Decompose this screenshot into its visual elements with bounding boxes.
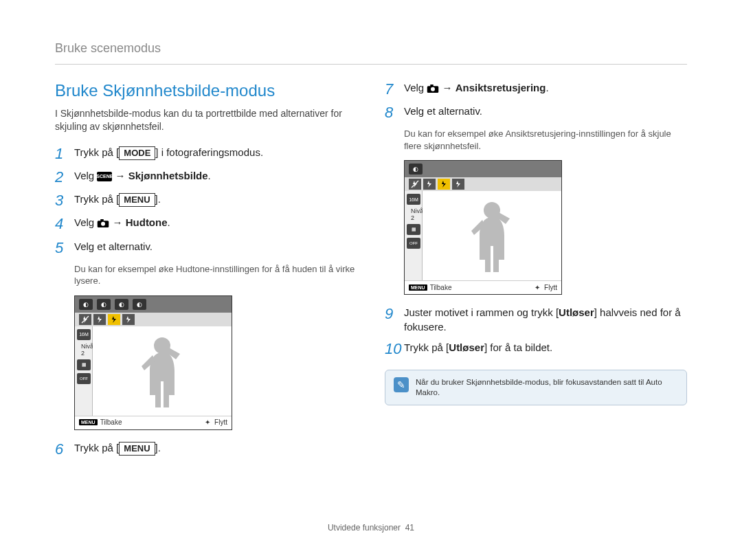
lcd-body: 16M Nivå 2 ▦ OFF	[405, 191, 561, 280]
nav-diamond-icon: ✦	[203, 418, 212, 427]
flash-off-icon	[79, 314, 91, 325]
steps-right-cont: 9 Juster motivet i rammen og trykk [Utlø…	[385, 306, 687, 357]
mode-icon: ◐	[409, 164, 423, 175]
stabilizer-off-icon: OFF	[407, 238, 420, 249]
svg-point-2	[101, 222, 105, 226]
divider	[55, 64, 687, 65]
step-text-line: Velg et alternativ.	[404, 105, 482, 117]
level-icons	[409, 179, 464, 190]
person-silhouette	[135, 333, 190, 409]
lcd-bottom: MENU Tilbake ✦ Flytt	[405, 280, 561, 294]
step-2: 2 Velg SCENE → Skjønnhetsbilde.	[55, 169, 357, 186]
step-7: 7 Velg → Ansiktsretusjering.	[385, 81, 687, 98]
intro-text: I Skjønnhetsbilde-modus kan du ta portre…	[55, 107, 357, 133]
step-5-sub: Du kan for eksempel øke Hudtone-innstill…	[74, 263, 357, 287]
lcd-main	[423, 191, 561, 280]
step-number: 10	[385, 341, 404, 357]
flash-off-icon	[409, 179, 421, 190]
lcd-bottom: MENU Tilbake ✦ Flytt	[75, 416, 232, 429]
size-badge: 16M	[77, 329, 91, 340]
step-number: 8	[385, 104, 404, 121]
svg-rect-6	[431, 85, 434, 87]
camera-lcd-preview: ◐ ◐ ◐ ◐ 16M Nivå 2 ▦ OFF	[74, 295, 232, 430]
mode-icon: ◐	[79, 299, 93, 310]
step-number: 1	[55, 146, 74, 162]
step-text: Velg → Hudtone.	[74, 216, 170, 229]
breadcrumb: Bruke scenemodus	[55, 41, 687, 58]
step-text: Trykk på [MENU].	[74, 441, 161, 456]
level-1-icon	[93, 314, 106, 325]
steps-left: 1 Trykk på [MODE] i fotograferingsmodus.…	[55, 146, 357, 256]
level-3-icon	[122, 314, 135, 325]
footer-label: Utvidede funksjoner	[328, 523, 401, 533]
lcd-sidebar: 16M Nivå 2 ▦ OFF	[75, 326, 93, 416]
page-number: 41	[405, 523, 414, 533]
step-text: Velg SCENE → Skjønnhetsbilde.	[74, 169, 211, 183]
menu-pill: MENU	[79, 419, 98, 425]
back-label: MENU Tilbake	[79, 418, 122, 426]
lcd-level-row	[405, 177, 561, 191]
right-column: 7 Velg → Ansiktsretusjering. 8 Velg et a…	[385, 81, 687, 464]
grid-icon: ▦	[407, 224, 420, 235]
camera-icon	[97, 219, 109, 228]
step-text: Velg et alternativ.	[74, 240, 153, 254]
camera-lcd-preview-2: ◐ 16M Nivå 2 ▦ OFF	[404, 160, 562, 295]
lcd-body: 16M Nivå 2 ▦ OFF	[75, 326, 232, 416]
step-number: 6	[55, 441, 74, 458]
step-number: 5	[55, 240, 74, 256]
left-column: Bruke Skjønnhetsbilde-modus I Skjønnhets…	[55, 81, 357, 464]
nav-diamond-icon: ✦	[533, 283, 541, 291]
lcd-main	[93, 326, 232, 416]
section-title: Bruke Skjønnhetsbilde-modus	[55, 81, 357, 100]
step-text: Trykk på [MENU].	[74, 192, 161, 207]
step-9: 9 Juster motivet i rammen og trykk [Utlø…	[385, 306, 687, 334]
step-number: 9	[385, 306, 404, 322]
mode-button-label: MODE	[119, 146, 155, 160]
step-8-sub: Du kan for eksempel øke Ansiktsretusjeri…	[404, 128, 687, 152]
lcd-top-icons: ◐	[405, 161, 561, 177]
menu-button-label: MENU	[119, 193, 155, 207]
step-text: Velg → Ansiktsretusjering.	[404, 81, 549, 95]
step-number: 2	[55, 169, 74, 186]
menu-button-label: MENU	[119, 442, 155, 456]
camera-icon	[427, 84, 439, 93]
level-2-icon	[108, 314, 120, 325]
step-number: 4	[55, 216, 74, 232]
size-badge: 16M	[407, 194, 420, 205]
mode-icon: ◐	[133, 299, 146, 310]
step-number: 3	[55, 192, 74, 209]
svg-rect-1	[101, 219, 104, 221]
note-icon: ✎	[394, 377, 409, 392]
mode-icon: ◐	[97, 299, 111, 310]
note-box: ✎ Når du bruker Skjønnhetsbilde-modus, b…	[385, 370, 687, 405]
lcd-sidebar: 16M Nivå 2 ▦ OFF	[405, 191, 423, 280]
steps-left-cont: 6 Trykk på [MENU].	[55, 441, 357, 458]
level-label: Nivå 2	[77, 343, 90, 357]
level-1-icon	[423, 179, 436, 190]
step-text: Trykk på [MODE] i fotograferingsmodus.	[74, 146, 263, 160]
note-text: Når du bruker Skjønnhetsbilde-modus, bli…	[416, 377, 678, 398]
scene-icon: SCENE	[97, 172, 112, 181]
step-number: 7	[385, 81, 404, 98]
lcd-level-row	[75, 313, 232, 326]
step-text: Trykk på [Utløser] for å ta bildet.	[404, 341, 552, 355]
back-label: MENU Tilbake	[409, 284, 452, 291]
step-8: 8 Velg et alternativ.	[385, 104, 687, 121]
svg-line-3	[82, 316, 89, 323]
svg-line-8	[412, 181, 418, 188]
steps-right: 7 Velg → Ansiktsretusjering. 8 Velg et a…	[385, 81, 687, 121]
two-column-layout: Bruke Skjønnhetsbilde-modus I Skjønnhets…	[55, 81, 687, 464]
menu-pill: MENU	[409, 284, 427, 291]
step-3: 3 Trykk på [MENU].	[55, 192, 357, 209]
footer: Utvidede funksjoner 41	[0, 523, 742, 533]
svg-point-7	[431, 87, 435, 91]
mode-icon: ◐	[115, 299, 128, 310]
level-3-icon	[452, 179, 464, 190]
level-icons	[79, 314, 135, 325]
stabilizer-off-icon: OFF	[77, 373, 91, 384]
step-text-line: Velg et alternativ.	[74, 240, 153, 252]
person-silhouette	[464, 198, 519, 273]
step-1: 1 Trykk på [MODE] i fotograferingsmodus.	[55, 146, 357, 162]
step-text: Velg et alternativ.	[404, 104, 482, 118]
level-2-icon	[438, 179, 450, 190]
